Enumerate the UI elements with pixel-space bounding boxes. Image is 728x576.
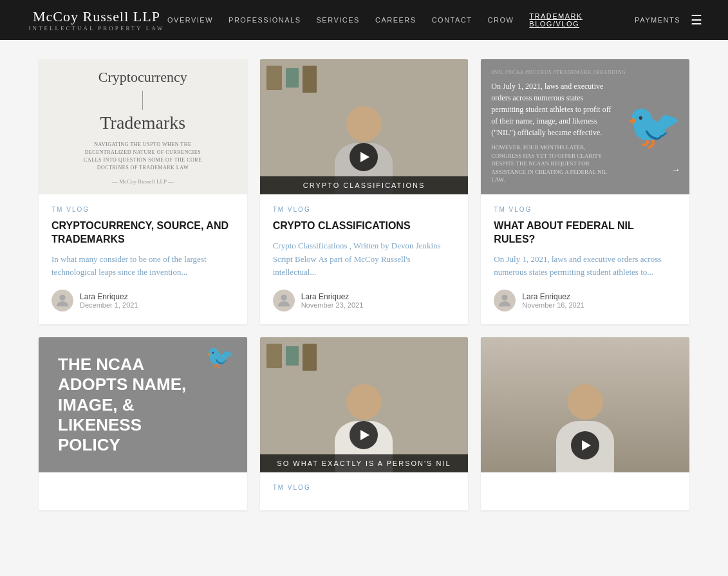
nil-footer-text: HOWEVER, FOUR MONTHS LATER, CONGRESS HAS… xyxy=(491,144,613,184)
nil-body-text: On July 1, 2021, laws and executive orde… xyxy=(491,80,613,138)
nav-crow[interactable]: CROW xyxy=(488,16,514,24)
card-image-crypto-class[interactable]: CRYPTO CLASSIFICATIONS xyxy=(260,59,469,194)
nav-careers[interactable]: CAREERS xyxy=(375,16,416,24)
nav-overview[interactable]: OVERVIEW xyxy=(167,16,213,24)
crypto-tm-subtitle: Trademarks xyxy=(51,113,234,133)
svg-point-2 xyxy=(502,295,508,301)
ncaa-crow-icon: 🐦 xyxy=(205,344,234,371)
card-excerpt-3: On July 1, 2021, laws and executive orde… xyxy=(494,253,677,280)
author-date-2: November 23, 2021 xyxy=(301,301,364,309)
card-body-what-nil: TM VLOG xyxy=(260,472,469,510)
author-date-1: December 1, 2021 xyxy=(80,301,138,309)
card-tag-3: TM VLOG xyxy=(494,206,677,213)
main-content: Cryptocurrency Trademarks NAVIGATING THE… xyxy=(0,40,728,530)
card-tag-5: TM VLOG xyxy=(273,484,456,491)
card-image-nil[interactable]: #NIL #NCAA #MCCRUS #TRADEMARK #BRANDING … xyxy=(481,59,689,194)
play-button-3[interactable] xyxy=(571,431,599,460)
svg-point-0 xyxy=(59,295,65,301)
play-button-1[interactable] xyxy=(350,143,378,171)
author-name-3: Lara Enriquez xyxy=(522,292,584,301)
author-avatar-3 xyxy=(494,290,516,311)
card-excerpt-1: In what many consider to be one of the l… xyxy=(51,253,234,280)
card-title-1[interactable]: CRYPTOCURRENCY, SOURCE, AND TRADEMARKS xyxy=(51,219,234,246)
card-federal-nil: #NIL #NCAA #MCCRUS #TRADEMARK #BRANDING … xyxy=(481,59,689,324)
hamburger-icon[interactable]: ☰ xyxy=(691,12,702,28)
nav-contact[interactable]: CONTACT xyxy=(432,16,472,24)
card-crypto-class: CRYPTO CLASSIFICATIONS TM VLOG CRYPTO CL… xyxy=(260,59,469,324)
card-body-crypto-class: TM VLOG CRYPTO CLASSIFICATIONS Crypto Cl… xyxy=(260,194,469,324)
crypto-tm-body: NAVIGATING THE USPTO WHEN THEDECENTRALIZ… xyxy=(51,141,234,172)
nav-payments[interactable]: PAYMENTS xyxy=(635,16,680,24)
logo-tagline: INTELLECTUAL PROPERTY LAW xyxy=(28,25,164,32)
nil-hashtags: #NIL #NCAA #MCCRUS #TRADEMARK #BRANDING xyxy=(491,70,626,75)
card-title-2[interactable]: CRYPTO CLASSIFICATIONS xyxy=(273,219,456,233)
video-label-1: CRYPTO CLASSIFICATIONS xyxy=(260,176,469,194)
nav-trademark-blog[interactable]: TRADEMARK BLOG/VLOG xyxy=(529,12,619,28)
card-body-crypto-tm: TM VLOG CRYPTOCURRENCY, SOURCE, AND TRAD… xyxy=(39,194,247,324)
svg-point-1 xyxy=(281,295,286,301)
nav-professionals[interactable]: PROFESSIONALS xyxy=(229,16,301,24)
crow-silhouette: 🐦 xyxy=(626,104,682,149)
nil-arrow: → xyxy=(671,165,680,175)
card-crypto-tm: Cryptocurrency Trademarks NAVIGATING THE… xyxy=(39,59,247,324)
card-tag-2: TM VLOG xyxy=(273,206,456,213)
wall-art xyxy=(266,66,317,93)
author-info-1: Lara Enriquez December 1, 2021 xyxy=(80,292,138,309)
card-image-crypto-tm[interactable]: Cryptocurrency Trademarks NAVIGATING THE… xyxy=(39,59,247,194)
card-ncaa-nil: 🐦 THE NCAAADOPTS NAME,IMAGE, &LIKENESSPO… xyxy=(39,337,247,510)
video-label-2: SO WHAT EXACTLY IS A PERSON'S NIL xyxy=(260,454,469,472)
card-body-nil: TM VLOG WHAT ABOUT FEDERAL NIL RULES? On… xyxy=(481,194,689,324)
author-name-2: Lara Enriquez xyxy=(301,292,364,301)
main-nav: OVERVIEW PROFESSIONALS SERVICES CAREERS … xyxy=(167,12,680,28)
card-image-video-3[interactable] xyxy=(481,337,689,472)
author-row-3: Lara Enriquez November 16, 2021 xyxy=(494,290,677,311)
card-title-3[interactable]: WHAT ABOUT FEDERAL NIL RULES? xyxy=(494,219,677,246)
author-name-1: Lara Enriquez xyxy=(80,292,138,301)
author-info-2: Lara Enriquez November 23, 2021 xyxy=(301,292,364,309)
card-what-nil: SO WHAT EXACTLY IS A PERSON'S NIL TM VLO… xyxy=(260,337,469,510)
author-avatar-1 xyxy=(51,290,73,311)
crypto-tm-logo: — McCoy Russell LLP — xyxy=(51,178,234,185)
logo-firm-name: McCoy Russell LLP xyxy=(33,8,160,25)
blog-grid: Cryptocurrency Trademarks NAVIGATING THE… xyxy=(39,59,689,510)
author-row-1: Lara Enriquez December 1, 2021 xyxy=(51,290,234,311)
card-tag-1: TM VLOG xyxy=(51,206,234,213)
card-image-what-nil[interactable]: SO WHAT EXACTLY IS A PERSON'S NIL xyxy=(260,337,469,472)
wall-art-2 xyxy=(266,344,317,371)
site-header: McCoy Russell LLP INTELLECTUAL PROPERTY … xyxy=(0,0,728,40)
card-excerpt-2: Crypto Classifications , Written by Devo… xyxy=(273,239,456,279)
author-date-3: November 16, 2021 xyxy=(522,301,584,309)
crypto-tm-title: Cryptocurrency xyxy=(51,69,234,86)
author-avatar-2 xyxy=(273,290,295,311)
card-image-ncaa[interactable]: 🐦 THE NCAAADOPTS NAME,IMAGE, &LIKENESSPO… xyxy=(39,337,247,472)
nav-services[interactable]: SERVICES xyxy=(317,16,360,24)
site-logo[interactable]: McCoy Russell LLP INTELLECTUAL PROPERTY … xyxy=(26,8,167,32)
divider xyxy=(142,91,143,110)
ncaa-text: THE NCAAADOPTS NAME,IMAGE, &LIKENESSPOLI… xyxy=(58,355,186,455)
author-row-2: Lara Enriquez November 23, 2021 xyxy=(273,290,456,311)
author-info-3: Lara Enriquez November 16, 2021 xyxy=(522,292,584,309)
play-button-2[interactable] xyxy=(350,421,378,449)
card-video-3 xyxy=(481,337,689,510)
